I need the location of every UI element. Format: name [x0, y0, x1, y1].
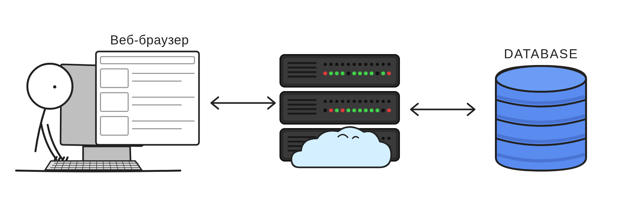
svg-point-57 — [381, 71, 385, 75]
database-label: DATABASE — [504, 47, 578, 61]
svg-point-66 — [329, 100, 333, 103]
svg-point-83 — [358, 108, 362, 112]
svg-point-75 — [382, 100, 385, 103]
svg-point-72 — [364, 100, 367, 103]
svg-point-46 — [387, 63, 391, 66]
svg-point-70 — [353, 100, 356, 103]
svg-point-58 — [387, 71, 391, 75]
svg-point-71 — [358, 100, 362, 103]
svg-point-95 — [382, 137, 385, 140]
svg-point-85 — [370, 108, 374, 112]
svg-point-74 — [376, 100, 379, 103]
browser-window-icon — [96, 51, 199, 145]
svg-rect-60 — [283, 95, 396, 121]
svg-point-51 — [346, 71, 350, 75]
svg-point-1 — [53, 85, 56, 89]
svg-point-41 — [358, 63, 362, 66]
svg-point-69 — [347, 100, 350, 103]
svg-point-88 — [387, 108, 391, 112]
svg-point-100 — [496, 66, 586, 92]
svg-point-77 — [323, 108, 327, 112]
svg-point-73 — [370, 100, 373, 103]
svg-point-67 — [335, 100, 338, 103]
svg-rect-17 — [96, 51, 199, 145]
svg-point-43 — [370, 63, 373, 66]
svg-point-82 — [352, 108, 356, 112]
svg-point-68 — [341, 100, 344, 103]
svg-rect-30 — [283, 58, 396, 84]
database-cylinder-icon — [496, 66, 586, 171]
svg-point-44 — [376, 63, 379, 66]
svg-point-79 — [335, 108, 339, 112]
svg-point-52 — [352, 71, 356, 75]
svg-point-36 — [329, 63, 333, 66]
svg-point-53 — [358, 71, 362, 75]
svg-point-65 — [324, 100, 327, 103]
svg-point-86 — [375, 108, 379, 112]
svg-point-50 — [341, 71, 345, 75]
svg-point-78 — [329, 108, 333, 112]
double-arrow-left-icon — [211, 97, 275, 109]
svg-point-40 — [353, 63, 356, 66]
svg-point-48 — [329, 71, 333, 75]
svg-point-47 — [323, 71, 327, 75]
svg-point-80 — [341, 108, 345, 112]
svg-point-56 — [375, 71, 379, 75]
svg-point-55 — [370, 71, 374, 75]
svg-point-0 — [27, 64, 72, 109]
svg-point-37 — [335, 63, 338, 66]
svg-point-96 — [387, 137, 391, 140]
svg-point-42 — [364, 63, 367, 66]
svg-point-35 — [324, 63, 327, 66]
svg-point-81 — [346, 108, 350, 112]
svg-point-39 — [347, 63, 350, 66]
svg-point-84 — [364, 108, 368, 112]
svg-point-49 — [335, 71, 339, 75]
browser-label: Веб-браузер — [110, 33, 189, 47]
svg-point-76 — [387, 100, 391, 103]
svg-point-38 — [341, 63, 344, 66]
keyboard-icon — [45, 161, 142, 170]
svg-point-54 — [364, 71, 368, 75]
svg-point-45 — [382, 63, 385, 66]
double-arrow-right-icon — [411, 104, 475, 115]
architecture-diagram — [0, 0, 644, 224]
svg-point-87 — [381, 108, 385, 112]
